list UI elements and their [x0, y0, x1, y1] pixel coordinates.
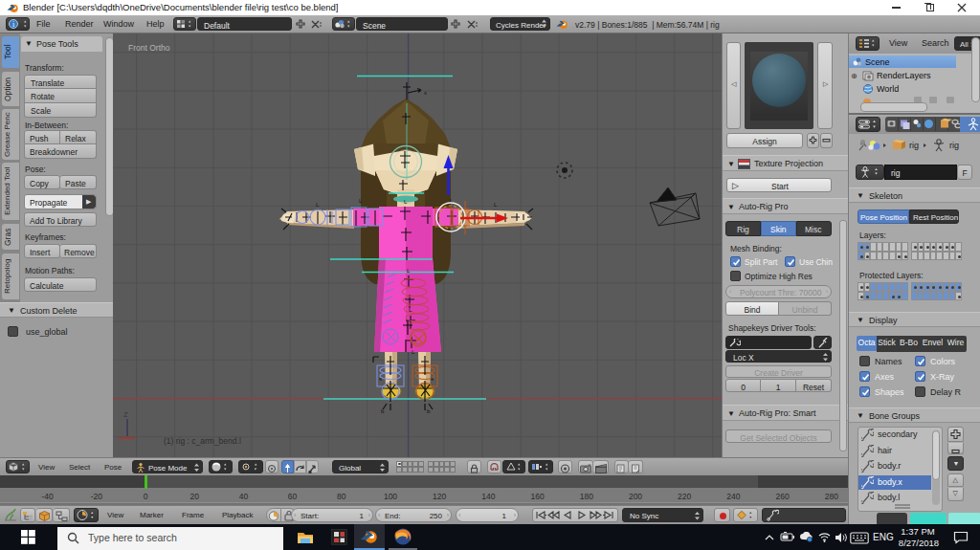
svg-text:L: L — [316, 202, 320, 208]
svg-text:Front Ortho: Front Ortho — [128, 43, 170, 53]
svg-text:b: b — [427, 408, 431, 414]
svg-text:rig: rig — [949, 141, 959, 150]
svg-text:(1) rig : c_arm_bend.l: (1) rig : c_arm_bend.l — [164, 436, 241, 446]
svg-text:Z: Z — [123, 410, 128, 419]
svg-text:s: s — [431, 376, 434, 382]
svg-text:L: L — [494, 202, 498, 208]
svg-text:x: x — [424, 90, 427, 96]
svg-text:s: s — [379, 376, 382, 382]
svg-text:b: b — [381, 408, 385, 414]
svg-text:rig: rig — [909, 141, 919, 150]
